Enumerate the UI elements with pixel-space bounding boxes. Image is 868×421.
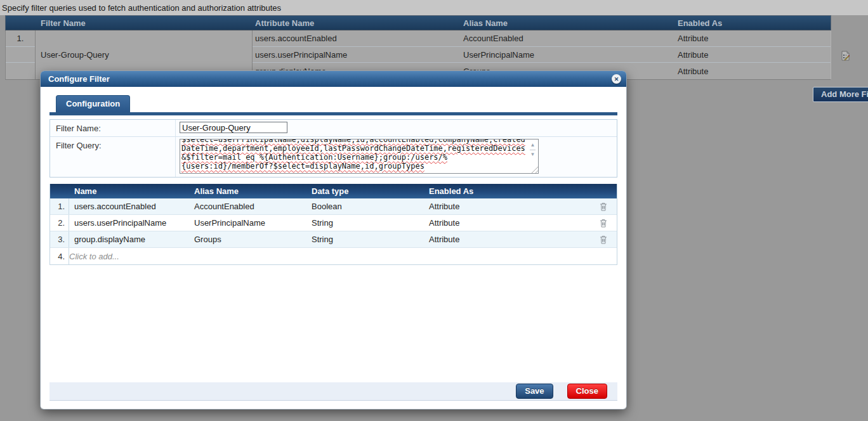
attr-row-number: 2. bbox=[50, 215, 69, 231]
attribute-subrow: users.userPrincipalName UserPrincipalNam… bbox=[253, 47, 831, 63]
filters-header-enabled-as: Enabled As bbox=[675, 18, 831, 28]
tab-configuration[interactable]: Configuration bbox=[56, 95, 130, 112]
textarea-scrollbar[interactable]: ▲ ▼ bbox=[528, 140, 537, 164]
attr-row-number: 3. bbox=[50, 231, 69, 247]
scrollbar-divider bbox=[530, 150, 536, 150]
attributes-table: Name Alias Name Data type Enabled As 1. … bbox=[49, 184, 617, 265]
attr-alias-cell[interactable]: AccountEnabled bbox=[194, 202, 312, 211]
filter-name-row: Filter Name: bbox=[50, 120, 617, 137]
resize-grip-icon[interactable] bbox=[530, 165, 538, 173]
add-more-filters-button[interactable]: Add More Filters bbox=[813, 87, 868, 102]
edit-filter-icon[interactable] bbox=[840, 50, 851, 62]
filter-query-text: $select=userPrincipalName,displayName,id… bbox=[181, 139, 527, 171]
add-attribute-row[interactable]: 4. Click to add... bbox=[50, 248, 617, 264]
tab-underline-bar bbox=[49, 112, 617, 115]
attr-enabled-as-cell[interactable]: Attribute bbox=[429, 218, 590, 228]
attributes-table-header: Name Alias Name Data type Enabled As bbox=[50, 184, 617, 198]
attribute-subrow: users.accountEnabled AccountEnabled Attr… bbox=[253, 30, 831, 47]
attr-header-enabled-as: Enabled As bbox=[429, 186, 590, 196]
filter-query-textarea[interactable]: $select=userPrincipalName,displayName,id… bbox=[180, 139, 539, 174]
dialog-titlebar: Configure Filter ✕ bbox=[41, 71, 626, 87]
enabled-as-cell: Attribute bbox=[675, 50, 831, 60]
attr-name-cell[interactable]: users.accountEnabled bbox=[69, 202, 194, 211]
delete-attribute-icon[interactable] bbox=[590, 235, 617, 244]
alias-name-cell: UserPrincipalName bbox=[461, 50, 675, 60]
scroll-down-icon[interactable]: ▼ bbox=[530, 152, 536, 158]
attr-name-cell[interactable]: group.displayName bbox=[69, 235, 194, 244]
filters-table: Filter Name Attribute Name Alias Name En… bbox=[5, 15, 831, 80]
filters-header-alias-name: Alias Name bbox=[461, 18, 675, 28]
attribute-name-cell: users.userPrincipalName bbox=[253, 50, 461, 60]
row-number-spacer bbox=[6, 47, 35, 63]
row-number: 1. bbox=[6, 30, 35, 47]
attr-row-number: 4. bbox=[50, 248, 69, 264]
filters-table-header: Filter Name Attribute Name Alias Name En… bbox=[5, 15, 831, 30]
attr-header-datatype: Data type bbox=[312, 186, 429, 196]
filter-name-field bbox=[176, 120, 617, 136]
attr-alias-cell[interactable]: UserPrincipalName bbox=[194, 218, 312, 228]
filter-query-label: Filter Query: bbox=[50, 137, 176, 177]
attr-name-cell[interactable]: users.userPrincipalName bbox=[69, 218, 194, 228]
attribute-row[interactable]: 3. group.displayName Groups String Attri… bbox=[50, 231, 617, 248]
attr-header-alias: Alias Name bbox=[194, 186, 312, 196]
attr-header-name: Name bbox=[69, 186, 194, 196]
page-instruction: Specify filter queries used to fetch aut… bbox=[2, 3, 281, 13]
filter-query-row: Filter Query: $select=userPrincipalName,… bbox=[50, 137, 617, 177]
filter-name-input[interactable] bbox=[180, 122, 287, 133]
click-to-add-placeholder[interactable]: Click to add... bbox=[69, 252, 119, 261]
dialog-body: Configuration Filter Name: Filter Query:… bbox=[41, 87, 626, 409]
attr-datatype-cell[interactable]: String bbox=[312, 218, 429, 228]
attr-enabled-as-cell[interactable]: Attribute bbox=[429, 202, 590, 211]
attribute-row[interactable]: 2. users.userPrincipalName UserPrincipal… bbox=[50, 215, 617, 231]
enabled-as-cell: Attribute bbox=[675, 34, 831, 43]
scroll-up-icon[interactable]: ▲ bbox=[530, 142, 536, 148]
filter-name-label: Filter Name: bbox=[50, 120, 176, 136]
alias-name-cell: AccountEnabled bbox=[461, 34, 675, 43]
filters-header-attribute-name: Attribute Name bbox=[253, 18, 461, 28]
filter-form: Filter Name: Filter Query: $select=userP… bbox=[49, 119, 617, 178]
delete-attribute-icon[interactable] bbox=[590, 219, 617, 228]
filter-query-field: $select=userPrincipalName,displayName,id… bbox=[176, 137, 617, 177]
dialog-title: Configure Filter bbox=[48, 74, 110, 84]
attr-enabled-as-cell[interactable]: Attribute bbox=[429, 235, 590, 244]
attribute-name-cell: users.accountEnabled bbox=[253, 34, 461, 43]
dialog-close-icon[interactable]: ✕ bbox=[612, 74, 621, 84]
attr-alias-cell[interactable]: Groups bbox=[194, 235, 312, 244]
attribute-row[interactable]: 1. users.accountEnabled AccountEnabled B… bbox=[50, 198, 617, 215]
delete-attribute-icon[interactable] bbox=[590, 202, 617, 211]
attr-datatype-cell[interactable]: Boolean bbox=[312, 202, 429, 211]
configure-filter-dialog: Configure Filter ✕ Configuration Filter … bbox=[41, 71, 626, 409]
filters-header-filter-name: Filter Name bbox=[36, 18, 253, 28]
row-number-column: 1. bbox=[6, 30, 36, 79]
dialog-footer: Save Close bbox=[49, 382, 617, 401]
attr-row-number: 1. bbox=[50, 198, 69, 214]
attr-datatype-cell[interactable]: String bbox=[312, 235, 429, 244]
close-button[interactable]: Close bbox=[567, 384, 607, 399]
save-button[interactable]: Save bbox=[516, 384, 553, 399]
row-number-spacer bbox=[6, 63, 35, 79]
enabled-as-cell: Attribute bbox=[675, 67, 831, 76]
